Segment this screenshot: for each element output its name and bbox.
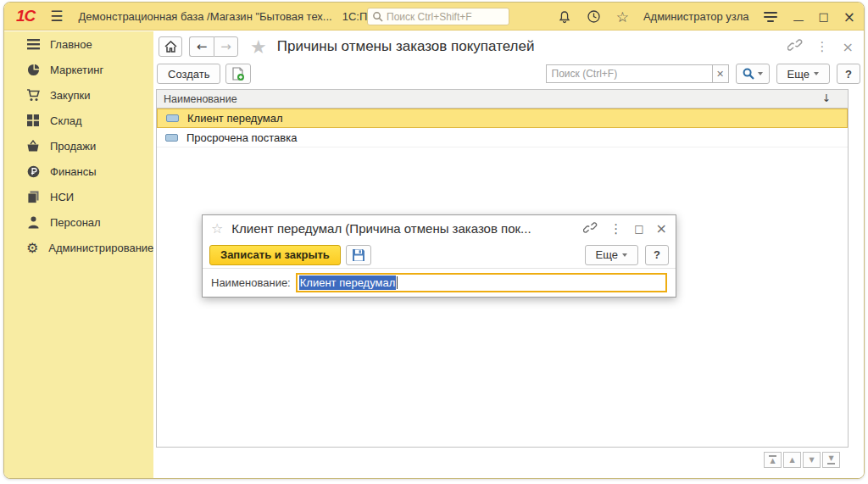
- favorites-star-icon[interactable]: ☆: [616, 8, 629, 25]
- sidebar-item-zakupki[interactable]: Закупки: [4, 82, 153, 108]
- dialog-title: Клиент передумал (Причина отмены заказов…: [231, 221, 531, 236]
- selected-text: Клиент передумал: [299, 275, 397, 290]
- cart-icon: [26, 88, 40, 102]
- name-field-label: Наименование:: [211, 276, 291, 289]
- favorite-star-icon[interactable]: ☆: [211, 220, 223, 236]
- column-header-name[interactable]: Наименование ↓: [157, 90, 848, 108]
- home-icon: [164, 41, 177, 53]
- person-icon: [26, 215, 40, 229]
- history-icon[interactable]: [587, 9, 602, 25]
- page-title: Причины отмены заказов покупателей: [277, 38, 535, 55]
- scroll-up-button[interactable]: ▲: [783, 452, 801, 468]
- back-button[interactable]: ←: [189, 36, 214, 57]
- list-item-icon: [166, 114, 179, 122]
- list-item-icon: [165, 134, 178, 142]
- chevron-down-icon: [758, 72, 763, 75]
- pie-chart-icon: [26, 63, 40, 76]
- sidebar-item-glavnoe[interactable]: Главное: [4, 31, 153, 57]
- list-toolbar: Создать ✕: [157, 62, 860, 86]
- scroll-down-button[interactable]: ▼: [803, 452, 821, 468]
- books-icon: [26, 190, 40, 203]
- copy-link-icon[interactable]: [583, 221, 598, 236]
- forward-button[interactable]: →: [214, 36, 238, 57]
- sidebar-item-sklad[interactable]: Склад: [4, 108, 153, 133]
- more-button[interactable]: Еще: [776, 64, 830, 84]
- floppy-disk-icon: [352, 248, 365, 262]
- list-search-field[interactable]: [546, 64, 712, 83]
- scroll-to-bottom-button[interactable]: ▼: [822, 452, 840, 468]
- help-button[interactable]: ?: [837, 64, 860, 84]
- sidebar-item-administrirovanie[interactable]: ⚙ Администрирование: [4, 235, 153, 260]
- form-header: ← → ★ Причины отмены заказов покупателей…: [157, 35, 860, 58]
- new-document-icon: [231, 67, 245, 81]
- dialog-header[interactable]: ☆ Клиент передумал (Причина отмены заказ…: [203, 215, 676, 242]
- table-row[interactable]: Клиент передумал: [157, 108, 848, 128]
- titlebar: 1С ☰ Демонстрационная база /Магазин "Быт…: [4, 3, 864, 31]
- save-button[interactable]: [346, 245, 371, 265]
- table-row[interactable]: Просрочена поставка: [157, 128, 848, 147]
- close-window-icon[interactable]: ×: [843, 8, 855, 25]
- name-input[interactable]: Клиент передумал: [296, 273, 667, 292]
- create-button[interactable]: Создать: [157, 64, 220, 84]
- name-field-row: Наименование: Клиент передумал: [203, 269, 676, 297]
- service-settings-icon[interactable]: [763, 9, 778, 25]
- global-search[interactable]: [367, 8, 509, 25]
- scroll-to-top-button[interactable]: ▲: [764, 452, 782, 468]
- current-user[interactable]: Администратор узла: [643, 10, 749, 23]
- clear-search-icon[interactable]: ✕: [712, 64, 729, 83]
- home-button[interactable]: [159, 36, 182, 57]
- dialog-menu-kebab-icon[interactable]: ⋮: [609, 221, 622, 236]
- basket-icon: [26, 139, 40, 153]
- close-form-icon[interactable]: ×: [843, 39, 854, 55]
- dialog-more-button[interactable]: Еще: [585, 245, 638, 265]
- minimize-icon[interactable]: —: [793, 11, 804, 22]
- maximize-icon[interactable]: □: [818, 10, 828, 23]
- database-title: Демонстрационная база /Магазин "Бытовая …: [79, 10, 332, 23]
- sidebar-item-prodazhi[interactable]: Продажи: [4, 133, 153, 159]
- list-search-input[interactable]: [552, 68, 707, 80]
- form-menu-kebab-icon[interactable]: ⋮: [816, 39, 829, 54]
- main-menu-icon[interactable]: ☰: [50, 8, 63, 25]
- menu-lines-icon: [26, 37, 40, 51]
- copy-link-icon[interactable]: [787, 39, 803, 54]
- 1c-logo-icon: 1С: [16, 7, 35, 25]
- app-window: 1С ☰ Демонстрационная база /Магазин "Быт…: [3, 2, 865, 479]
- search-icon: [743, 68, 754, 80]
- chevron-down-icon: [814, 72, 819, 75]
- sidebar-item-marketing[interactable]: Маркетинг: [4, 57, 153, 82]
- search-icon: [372, 11, 383, 22]
- favorite-star-icon[interactable]: ★: [250, 36, 267, 58]
- dialog-help-button[interactable]: ?: [645, 245, 669, 265]
- chevron-down-icon: [622, 253, 627, 257]
- ruble-icon: [26, 164, 40, 178]
- text-cursor: [397, 276, 398, 289]
- item-edit-dialog: ☆ Клиент передумал (Причина отмены заказ…: [202, 214, 676, 298]
- save-and-close-button[interactable]: Записать и закрыть: [209, 245, 341, 265]
- sidebar-item-finansy[interactable]: Финансы: [4, 159, 153, 184]
- sidebar-item-nsi[interactable]: НСИ: [4, 184, 153, 209]
- global-search-input[interactable]: [387, 11, 504, 23]
- sidebar-item-personal[interactable]: Персонал: [4, 209, 153, 235]
- maximize-dialog-icon[interactable]: □: [634, 223, 643, 235]
- create-by-copy-button[interactable]: [225, 64, 251, 84]
- dialog-toolbar: Записать и закрыть Еще ?: [203, 242, 676, 269]
- advanced-search-button[interactable]: [736, 64, 770, 84]
- close-dialog-icon[interactable]: ×: [656, 220, 667, 236]
- list-navigation: ▲ ▲ ▼ ▼: [764, 452, 840, 468]
- sidebar: Главное Маркетинг Закупки Склад Продажи: [4, 31, 153, 478]
- gear-icon: ⚙: [26, 241, 38, 254]
- sort-descending-icon: ↓: [822, 92, 831, 104]
- grid-icon: [26, 114, 40, 127]
- notifications-bell-icon[interactable]: [557, 9, 572, 25]
